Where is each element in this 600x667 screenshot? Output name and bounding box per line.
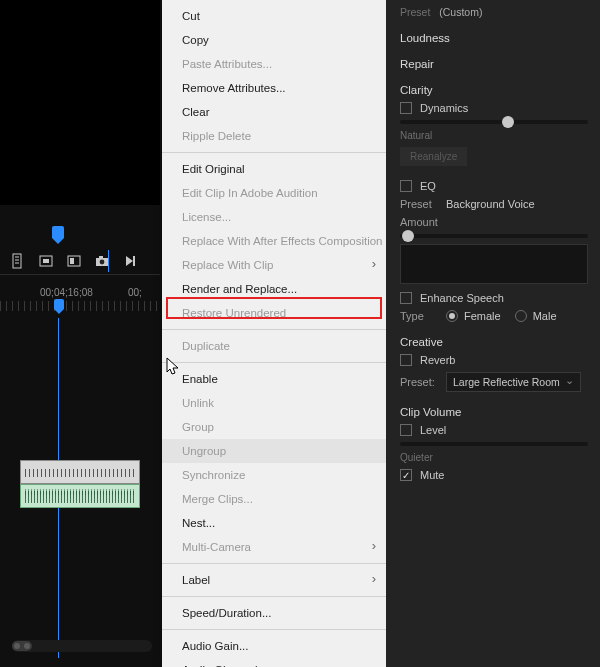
menu-separator: [162, 329, 386, 330]
next-icon[interactable]: [122, 253, 138, 269]
menu-item-audio-channels[interactable]: Audio Channels...: [162, 658, 386, 667]
audio-clip[interactable]: [20, 484, 140, 508]
level-slider[interactable]: [400, 442, 588, 446]
svg-rect-2: [43, 259, 49, 263]
menu-separator: [162, 596, 386, 597]
section-clarity[interactable]: Clarity: [400, 84, 588, 96]
menu-item-edit-original[interactable]: Edit Original: [162, 157, 386, 181]
dynamics-slider[interactable]: [400, 120, 588, 124]
natural-label: Natural: [400, 130, 432, 141]
svg-rect-0: [13, 254, 21, 268]
menu-item-copy[interactable]: Copy: [162, 28, 386, 52]
menu-item-enable[interactable]: Enable: [162, 367, 386, 391]
male-radio[interactable]: [515, 310, 527, 322]
timeline-toolbar: [10, 253, 138, 269]
dynamics-label: Dynamics: [420, 102, 468, 114]
creative-preset-value: Large Reflective Room: [453, 376, 560, 388]
enhance-row[interactable]: Enhance Speech: [400, 292, 588, 304]
section-creative[interactable]: Creative: [400, 336, 588, 348]
timecode: 00;: [128, 287, 142, 298]
menu-item-restore-unrendered: Restore Unrendered: [162, 301, 386, 325]
menu-item-audio-gain[interactable]: Audio Gain...: [162, 634, 386, 658]
preset-value[interactable]: (Custom): [439, 6, 482, 18]
timeline[interactable]: 00;04;16;08 00;: [0, 287, 160, 319]
menu-item-duplicate: Duplicate: [162, 334, 386, 358]
section-repair[interactable]: Repair: [400, 58, 588, 70]
eq-graph[interactable]: [400, 244, 588, 284]
timeline-scrollbar[interactable]: [12, 640, 152, 652]
video-clip[interactable]: [20, 460, 140, 484]
female-radio[interactable]: [446, 310, 458, 322]
menu-item-merge-clips: Merge Clips...: [162, 487, 386, 511]
menu-item-edit-clip-in-adobe-audition: Edit Clip In Adobe Audition: [162, 181, 386, 205]
menu-item-license: License...: [162, 205, 386, 229]
menu-item-nest[interactable]: Nest...: [162, 511, 386, 535]
type-label: Type: [400, 310, 446, 322]
amount-label: Amount: [400, 216, 446, 228]
menu-item-unlink: Unlink: [162, 391, 386, 415]
menu-item-replace-with-clip: Replace With Clip: [162, 253, 386, 277]
eq-row[interactable]: EQ: [400, 180, 588, 192]
reverb-checkbox[interactable]: [400, 354, 412, 366]
eq-checkbox[interactable]: [400, 180, 412, 192]
ruler-ticks: [0, 301, 160, 311]
eq-preset-value[interactable]: Background Voice: [446, 198, 535, 210]
timecode: 00;04;16;08: [40, 287, 93, 298]
section-loudness[interactable]: Loudness: [400, 32, 588, 44]
doc-icon[interactable]: [10, 253, 26, 269]
dynamics-checkbox[interactable]: [400, 102, 412, 114]
menu-item-replace-with-after-effects-composition: Replace With After Effects Composition: [162, 229, 386, 253]
eq-label: EQ: [420, 180, 436, 192]
scrollbar-thumb[interactable]: [12, 641, 32, 651]
level-checkbox[interactable]: [400, 424, 412, 436]
eq-preset-label: Preset: [400, 198, 446, 210]
menu-item-paste-attributes: Paste Attributes...: [162, 52, 386, 76]
menu-item-label[interactable]: Label: [162, 568, 386, 592]
mute-row[interactable]: Mute: [400, 469, 588, 481]
menu-separator: [162, 629, 386, 630]
amount-slider[interactable]: [400, 234, 588, 238]
mute-checkbox[interactable]: [400, 469, 412, 481]
playhead-marker-icon[interactable]: [52, 226, 64, 238]
menu-item-speed-duration[interactable]: Speed/Duration...: [162, 601, 386, 625]
menu-separator: [162, 152, 386, 153]
menu-item-render-and-replace[interactable]: Render and Replace...: [162, 277, 386, 301]
dynamics-row[interactable]: Dynamics: [400, 102, 588, 114]
section-clip-volume[interactable]: Clip Volume: [400, 406, 588, 418]
menu-item-cut[interactable]: Cut: [162, 4, 386, 28]
program-monitor: [0, 0, 160, 205]
creative-preset-label: Preset:: [400, 376, 446, 388]
menu-item-multi-camera: Multi-Camera: [162, 535, 386, 559]
mute-label: Mute: [420, 469, 444, 481]
menu-item-ungroup: Ungroup: [162, 439, 386, 463]
frame2-icon[interactable]: [66, 253, 82, 269]
reverb-row[interactable]: Reverb: [400, 354, 588, 366]
frame-icon[interactable]: [38, 253, 54, 269]
svg-rect-7: [99, 256, 103, 258]
svg-point-6: [100, 260, 105, 265]
enhance-checkbox[interactable]: [400, 292, 412, 304]
male-label: Male: [533, 310, 557, 322]
playhead-icon[interactable]: [54, 299, 64, 309]
reverb-label: Reverb: [420, 354, 455, 366]
creative-preset-select[interactable]: Large Reflective Room: [446, 372, 581, 392]
divider: [0, 274, 160, 275]
context-menu[interactable]: CutCopyPaste Attributes...Remove Attribu…: [162, 0, 386, 667]
menu-separator: [162, 563, 386, 564]
female-label: Female: [464, 310, 501, 322]
svg-rect-8: [133, 256, 135, 266]
menu-separator: [162, 362, 386, 363]
level-label: Level: [420, 424, 446, 436]
enhance-label: Enhance Speech: [420, 292, 504, 304]
essential-sound-panel: Preset (Custom) Loudness Repair Clarity …: [386, 0, 600, 667]
menu-item-clear[interactable]: Clear: [162, 100, 386, 124]
level-row[interactable]: Level: [400, 424, 588, 436]
reanalyze-button[interactable]: Reanalyze: [400, 147, 467, 166]
time-ruler[interactable]: 00;04;16;08 00;: [0, 287, 160, 319]
menu-item-remove-attributes[interactable]: Remove Attributes...: [162, 76, 386, 100]
preset-row: Preset (Custom): [400, 6, 588, 18]
preset-label: Preset: [400, 6, 430, 18]
menu-item-ripple-delete: Ripple Delete: [162, 124, 386, 148]
menu-item-synchronize: Synchronize: [162, 463, 386, 487]
camera-icon[interactable]: [94, 253, 110, 269]
